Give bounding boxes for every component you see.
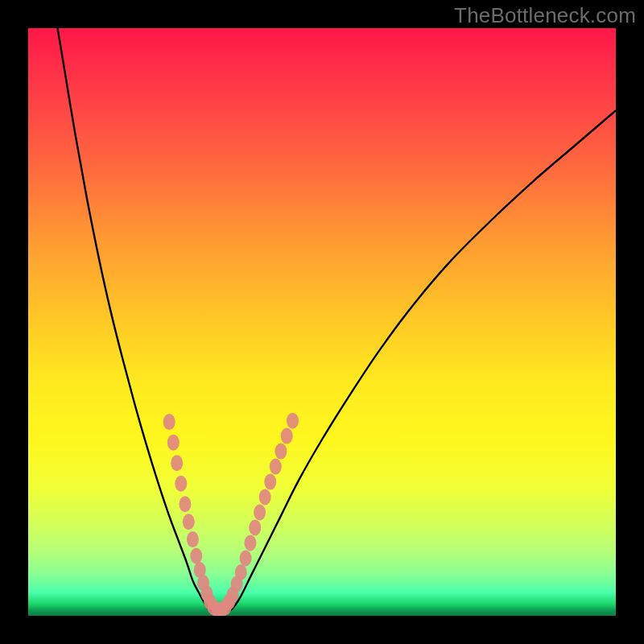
chart-frame: TheBottleneck.com	[0, 0, 644, 644]
data-marker	[240, 550, 252, 566]
data-marker	[171, 455, 183, 471]
bottleneck-curve	[58, 28, 617, 613]
data-marker	[264, 474, 276, 490]
watermark-label: TheBottleneck.com	[454, 3, 636, 28]
data-marker	[259, 489, 271, 506]
chart-svg	[28, 28, 616, 616]
data-marker	[175, 476, 187, 492]
data-marker	[187, 531, 199, 547]
data-marker	[190, 548, 202, 564]
data-marker	[281, 428, 293, 444]
plot-area	[28, 28, 616, 616]
data-marker	[270, 459, 282, 475]
data-marker	[254, 505, 266, 521]
data-marker	[179, 496, 191, 512]
data-marker	[235, 564, 247, 580]
data-marker	[167, 435, 180, 451]
data-marker	[249, 520, 261, 536]
data-marker	[163, 414, 175, 430]
marker-group	[163, 413, 299, 616]
data-marker	[183, 514, 195, 530]
data-marker	[287, 413, 299, 429]
data-marker	[275, 444, 287, 460]
data-marker	[244, 535, 256, 551]
